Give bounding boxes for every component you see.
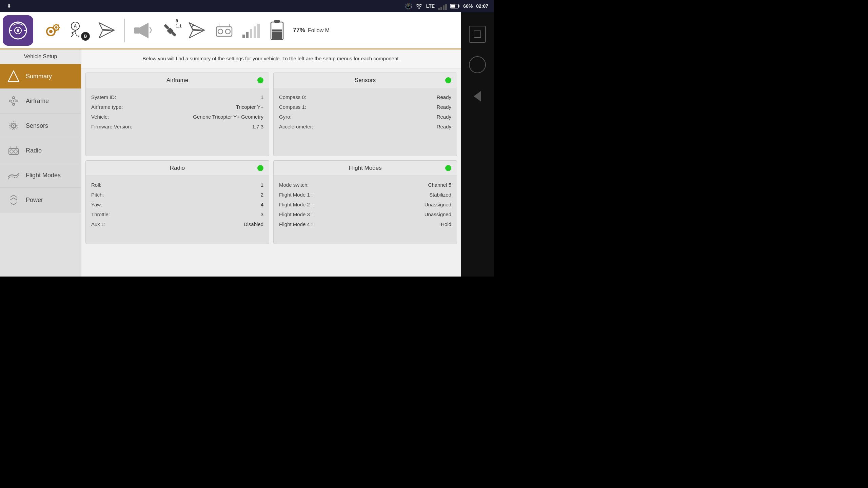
sidebar-item-label: Flight Modes xyxy=(26,172,61,179)
rc-radio-icon-button[interactable] xyxy=(210,17,237,44)
flight-modes-icon xyxy=(7,168,20,182)
table-row: Compass 0: Ready xyxy=(279,92,451,102)
airframe-status-dot xyxy=(257,77,263,83)
table-row: Accelerometer: Ready xyxy=(279,122,451,131)
svg-marker-49 xyxy=(8,71,19,82)
time-display: 02:07 xyxy=(476,3,488,9)
vibrate-icon: 📳 xyxy=(405,3,412,9)
sidebar-item-airframe[interactable]: Airframe xyxy=(0,89,81,114)
radio-icon xyxy=(7,144,20,157)
return-home-icon-button[interactable] xyxy=(183,17,210,44)
table-row: Yaw: 4 xyxy=(91,200,263,209)
svg-point-57 xyxy=(13,125,14,126)
back-nav-button[interactable] xyxy=(470,87,485,106)
table-row: Mode switch: Channel 5 xyxy=(279,180,451,190)
sidebar-item-label: Sensors xyxy=(26,122,48,129)
svg-point-0 xyxy=(418,7,420,9)
airframe-card-title: Airframe xyxy=(97,77,257,84)
main-panel: Below you will find a summary of the set… xyxy=(81,49,461,277)
airframe-card: Airframe System ID: 1 Airframe type: Tri… xyxy=(85,73,269,156)
battery-icon xyxy=(450,3,460,9)
toolbar: A B xyxy=(0,12,461,49)
svg-line-25 xyxy=(58,25,59,25)
table-row: Flight Mode 4 : Hold xyxy=(279,219,451,229)
table-row: Aux 1: Disabled xyxy=(91,219,263,229)
radio-status-dot xyxy=(257,165,263,171)
summary-icon xyxy=(7,69,20,83)
sidebar-item-label: Airframe xyxy=(26,98,49,105)
sensors-card-title: Sensors xyxy=(285,77,445,84)
satellite-icon-button[interactable]: 8 1.1 xyxy=(156,17,183,44)
svg-point-18 xyxy=(55,26,57,29)
waypoint-icon-button[interactable]: A B xyxy=(66,17,93,44)
power-icon xyxy=(7,193,20,207)
lte-label: LTE xyxy=(426,3,435,9)
wifi-icon xyxy=(415,3,423,9)
svg-rect-38 xyxy=(216,27,232,36)
svg-marker-37 xyxy=(189,23,204,38)
svg-point-51 xyxy=(13,100,14,102)
svg-line-14 xyxy=(53,34,54,35)
battery-percent: 60% xyxy=(463,3,473,9)
table-row: Pitch: 2 xyxy=(91,190,263,200)
airframe-card-header: Airframe xyxy=(86,73,269,88)
svg-text:A: A xyxy=(74,24,77,28)
satellite-count-badge: 8 1.1 xyxy=(176,18,182,28)
radio-card-body: Roll: 1 Pitch: 2 Yaw: 4 Throttle: xyxy=(86,176,269,244)
sensors-icon xyxy=(7,119,20,133)
sidebar-title: Vehicle Setup xyxy=(0,49,81,64)
svg-point-40 xyxy=(225,29,230,34)
table-row: Flight Mode 1 : Stabilized xyxy=(279,190,451,200)
sensors-status-dot xyxy=(445,77,451,83)
table-row: Gyro: Ready xyxy=(279,112,451,122)
sidebar: Vehicle Setup Summary xyxy=(0,49,81,277)
link-quality-icon-button[interactable] xyxy=(237,17,264,44)
svg-line-26 xyxy=(54,29,54,30)
toolbar-divider-1 xyxy=(124,19,125,42)
download-icon: ⬇ xyxy=(7,3,11,9)
vehicle-battery-icon-button[interactable] xyxy=(264,17,292,44)
content-area: Vehicle Setup Summary xyxy=(0,49,461,277)
table-row: Vehicle: Generic Tricopter Y+ Geometry xyxy=(91,112,263,122)
airframe-icon xyxy=(7,94,20,108)
svg-line-16 xyxy=(47,34,48,35)
svg-text:B: B xyxy=(84,34,87,39)
svg-rect-32 xyxy=(134,27,140,34)
send-icon-button[interactable] xyxy=(93,17,120,44)
app-logo[interactable] xyxy=(3,15,33,46)
svg-rect-35 xyxy=(163,24,169,29)
table-row: Throttle: 3 xyxy=(91,209,263,219)
svg-point-59 xyxy=(10,150,13,153)
sensors-card-body: Compass 0: Ready Compass 1: Ready Gyro: … xyxy=(274,88,457,156)
sidebar-item-sensors[interactable]: Sensors xyxy=(0,114,81,138)
svg-rect-2 xyxy=(458,5,459,7)
svg-point-53 xyxy=(16,100,18,102)
main-description: Below you will find a summary of the set… xyxy=(81,49,461,68)
sidebar-item-power[interactable]: Power xyxy=(0,188,81,212)
follow-me-label[interactable]: Follow M xyxy=(308,27,330,34)
flight-modes-card-header: Flight Modes xyxy=(274,161,457,176)
svg-line-13 xyxy=(47,28,48,29)
radio-card: Radio Roll: 1 Pitch: 2 Yaw: xyxy=(85,160,269,244)
sidebar-item-label: Radio xyxy=(26,147,42,154)
svg-rect-46 xyxy=(272,35,282,38)
right-nav-panel xyxy=(461,12,494,277)
svg-line-23 xyxy=(54,25,54,25)
sidebar-item-summary[interactable]: Summary xyxy=(0,64,81,89)
square-nav-button[interactable] xyxy=(469,26,486,43)
flight-modes-status-dot xyxy=(445,165,451,171)
settings-icon-button[interactable] xyxy=(39,17,66,44)
vehicle-battery-percent: 77% xyxy=(293,27,305,34)
svg-point-60 xyxy=(14,150,17,153)
svg-point-6 xyxy=(17,29,19,32)
svg-point-39 xyxy=(218,29,223,34)
svg-marker-33 xyxy=(140,23,149,38)
circle-nav-button[interactable] xyxy=(469,56,486,73)
svg-rect-47 xyxy=(272,38,282,39)
flight-modes-card: Flight Modes Mode switch: Channel 5 Flig… xyxy=(273,160,457,244)
sidebar-item-label: Summary xyxy=(26,73,52,80)
megaphone-icon-button[interactable] xyxy=(129,17,156,44)
sidebar-item-flight-modes[interactable]: Flight Modes xyxy=(0,163,81,188)
sidebar-item-radio[interactable]: Radio xyxy=(0,138,81,163)
svg-point-54 xyxy=(13,97,15,99)
